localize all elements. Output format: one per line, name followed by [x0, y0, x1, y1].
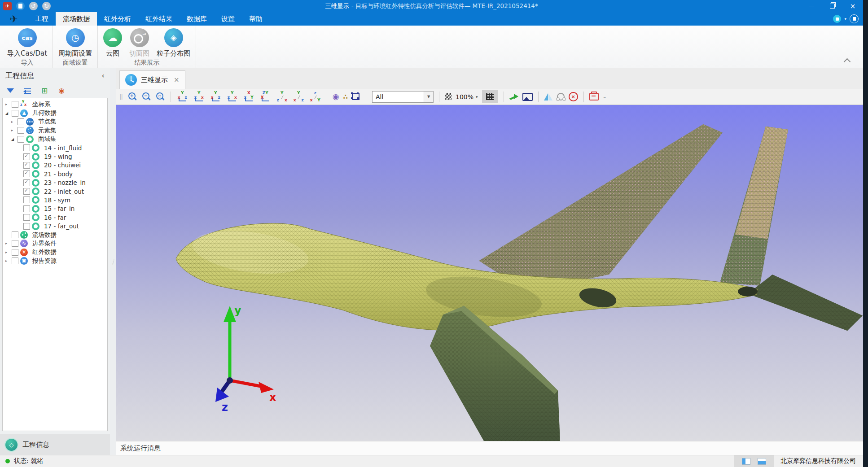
delete-icon[interactable]: × — [569, 92, 578, 101]
redo-icon[interactable]: ↻ — [42, 2, 51, 10]
tree-item[interactable]: 23 - nozzle_in — [3, 179, 107, 187]
layout-split-vertical-icon[interactable] — [742, 458, 750, 465]
tree-item[interactable]: 18 - sym — [3, 196, 107, 204]
tab-close-icon[interactable]: × — [174, 76, 180, 84]
visibility-checkbox[interactable] — [23, 170, 30, 177]
tree-item[interactable]: 19 - wing — [3, 152, 107, 161]
tree-item[interactable]: 15 - far_in — [3, 205, 107, 213]
filter-icon[interactable] — [6, 87, 14, 94]
combo-dropdown-icon[interactable]: ▼ — [424, 92, 433, 102]
visibility-checkbox[interactable] — [23, 223, 30, 230]
zoom-caret-icon[interactable]: ▾ — [476, 95, 478, 99]
tree-item[interactable]: ▸∿边界条件 — [3, 239, 107, 248]
import-cas-dat-button[interactable]: cas 导入Cas/Dat — [7, 28, 47, 58]
toolbar-drag-handle[interactable]: || — [118, 93, 123, 100]
zoom-out-icon[interactable]: − — [141, 92, 151, 102]
view-iso-1-button[interactable]: Yzx — [276, 91, 288, 102]
locate-target-icon[interactable]: ◉ — [57, 87, 66, 94]
visibility-checkbox[interactable] — [23, 205, 30, 212]
export-caret-icon[interactable]: ⌄ — [603, 94, 607, 100]
view-right-button[interactable]: Yzx — [226, 91, 238, 102]
view-back-button[interactable]: Yzx — [193, 91, 205, 102]
visibility-checkbox[interactable] — [23, 162, 30, 169]
media-help-icon[interactable] — [833, 15, 841, 23]
minimize-icon[interactable] — [801, 0, 822, 12]
transparency-checker-icon[interactable] — [445, 93, 452, 100]
tab-3d-display[interactable]: 三维显示 × — [119, 70, 185, 89]
tree-item[interactable]: 流场数据 — [3, 231, 107, 239]
visibility-checkbox[interactable] — [18, 136, 24, 143]
contour-cloud-button[interactable]: ☁ 云图 — [103, 28, 122, 58]
menu-item-settings[interactable]: 设置 — [214, 12, 242, 26]
view-bottom-button[interactable]: ZYX — [259, 91, 272, 102]
export-box-icon[interactable] — [589, 93, 599, 100]
zoom-level[interactable]: 100% — [456, 93, 473, 100]
tree-item[interactable]: 22 - inlet_out — [3, 187, 107, 196]
visibility-checkbox[interactable] — [23, 153, 30, 160]
manual-icon[interactable] — [850, 14, 859, 23]
tree-item[interactable]: ▸yzx坐标系 — [3, 100, 107, 109]
display-filter-combo[interactable]: All ▼ — [372, 91, 434, 103]
share-arrow-icon[interactable] — [509, 93, 518, 100]
dropdown-caret-icon[interactable]: ▾ — [844, 17, 846, 21]
visibility-checkbox[interactable] — [12, 101, 18, 108]
tree-item[interactable]: 20 - chuiwei — [3, 161, 107, 170]
expander-icon[interactable]: ◢ — [11, 137, 18, 141]
maximize-icon[interactable] — [822, 0, 842, 12]
visibility-checkbox[interactable] — [23, 179, 30, 186]
mirror-icon[interactable] — [544, 93, 553, 101]
close-icon[interactable]: × — [842, 0, 863, 12]
view-left-button[interactable]: Yxz — [210, 91, 222, 102]
menu-item-help[interactable]: 帮助 — [242, 12, 270, 26]
expander-icon[interactable]: ◢ — [5, 111, 12, 115]
tree-item[interactable]: ▸▣报告资源 — [3, 257, 107, 265]
menu-item-infrared-analysis[interactable]: 红外分析 — [97, 12, 138, 26]
molecule-icon[interactable]: ∴ — [343, 93, 348, 101]
panel-collapse-icon[interactable]: ‹ — [102, 72, 105, 79]
visibility-checkbox[interactable] — [12, 249, 18, 256]
menu-item-infrared-results[interactable]: 红外结果 — [138, 12, 180, 26]
view-iso-3-button[interactable]: zxY — [309, 91, 321, 102]
grid-view-icon[interactable]: ⊞ — [40, 87, 48, 94]
periodic-face-button[interactable]: ◷ 周期面设置 — [58, 28, 92, 58]
app-logo-plane-icon[interactable]: ✈ — [3, 2, 12, 10]
visibility-checkbox[interactable] — [18, 118, 24, 125]
visibility-checkbox[interactable] — [12, 110, 18, 117]
panel-splitter[interactable]: ⋮ — [110, 68, 116, 455]
visibility-checkbox[interactable] — [23, 188, 30, 195]
perspective-icon[interactable]: ◉ — [333, 93, 339, 100]
outdent-list-icon[interactable] — [23, 87, 31, 94]
visibility-checkbox[interactable] — [12, 231, 18, 238]
tree-item[interactable]: ▸☀红外数据 — [3, 248, 107, 257]
menu-item-database[interactable]: 数据库 — [180, 12, 214, 26]
tree-item[interactable]: 16 - far — [3, 213, 107, 222]
particle-distribution-button[interactable]: ◈ 粒子分布图 — [157, 28, 190, 58]
panel-footer-button[interactable]: ◇ 工程信息 — [0, 434, 110, 455]
3d-viewport[interactable]: y x z — [116, 105, 863, 441]
tree-item[interactable]: ◢几何数据 — [3, 109, 107, 117]
mesh-grid-button[interactable] — [482, 90, 498, 103]
zoom-in-icon[interactable]: + — [127, 92, 137, 102]
layout-split-horizontal-icon[interactable] — [758, 458, 766, 465]
ribbon-collapse-icon[interactable] — [844, 58, 851, 65]
tree-item[interactable]: 14 - int_fluid — [3, 144, 107, 152]
tree-item[interactable]: 21 - body — [3, 170, 107, 178]
menu-item-flowfield-data[interactable]: 流场数据 — [56, 12, 97, 26]
expander-icon[interactable]: ▸ — [5, 241, 12, 245]
visibility-checkbox[interactable] — [12, 258, 18, 264]
zoom-fit-icon[interactable]: ▫ — [155, 92, 165, 102]
visibility-checkbox[interactable] — [18, 127, 24, 134]
visibility-checkbox[interactable] — [12, 240, 18, 247]
visibility-checkbox[interactable] — [23, 196, 30, 203]
view-iso-2-button[interactable]: Yxz — [293, 91, 305, 102]
tree-item[interactable]: ◢面域集 — [3, 135, 107, 144]
tree-item[interactable]: ▸节点集 — [3, 118, 107, 126]
visibility-checkbox[interactable] — [23, 214, 30, 221]
view-front-button[interactable]: Yxz — [176, 91, 189, 102]
view-top-button[interactable]: XzY — [243, 91, 255, 102]
expander-icon[interactable]: ▸ — [11, 128, 18, 132]
undo-icon[interactable]: ↺ — [29, 2, 38, 10]
group-circles-icon[interactable] — [557, 93, 565, 100]
select-box-icon[interactable] — [352, 93, 359, 100]
expander-icon[interactable]: ▸ — [11, 120, 18, 124]
